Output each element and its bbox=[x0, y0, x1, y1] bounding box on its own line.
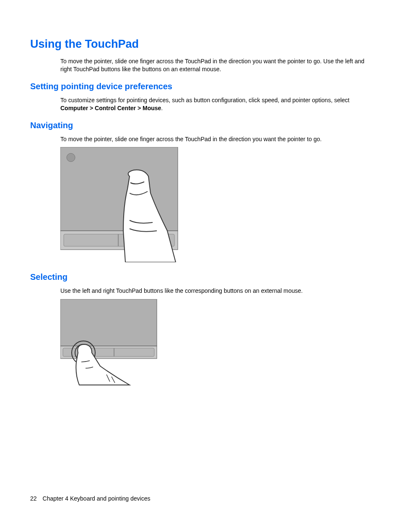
section1-text-post: . bbox=[161, 105, 163, 111]
section2-paragraph: To move the pointer, slide one finger ac… bbox=[60, 135, 370, 143]
svg-rect-5 bbox=[60, 299, 157, 346]
intro-paragraph: To move the pointer, slide one finger ac… bbox=[60, 57, 370, 73]
section3-paragraph: Use the left and right TouchPad buttons … bbox=[60, 287, 370, 295]
section1-text-pre: To customize settings for pointing devic… bbox=[60, 97, 350, 103]
page-footer: 22Chapter 4 Keyboard and pointing device… bbox=[30, 495, 150, 502]
heading-selecting: Selecting bbox=[30, 272, 370, 282]
heading-navigating: Navigating bbox=[30, 121, 370, 130]
page-title: Using the TouchPad bbox=[30, 38, 370, 51]
svg-rect-7 bbox=[63, 348, 154, 356]
chapter-label: Chapter 4 Keyboard and pointing devices bbox=[43, 495, 151, 502]
touchpad-navigate-illustration bbox=[60, 147, 180, 262]
svg-point-1 bbox=[67, 153, 75, 162]
section1-paragraph: To customize settings for pointing devic… bbox=[60, 96, 370, 112]
heading-setting-preferences: Setting pointing device preferences bbox=[30, 82, 370, 91]
figure-selecting bbox=[60, 299, 370, 389]
section1-text-bold: Computer > Control Center > Mouse bbox=[60, 105, 161, 111]
touchpad-select-illustration bbox=[60, 299, 161, 387]
figure-navigating bbox=[60, 147, 370, 264]
page-number: 22 bbox=[30, 495, 37, 502]
